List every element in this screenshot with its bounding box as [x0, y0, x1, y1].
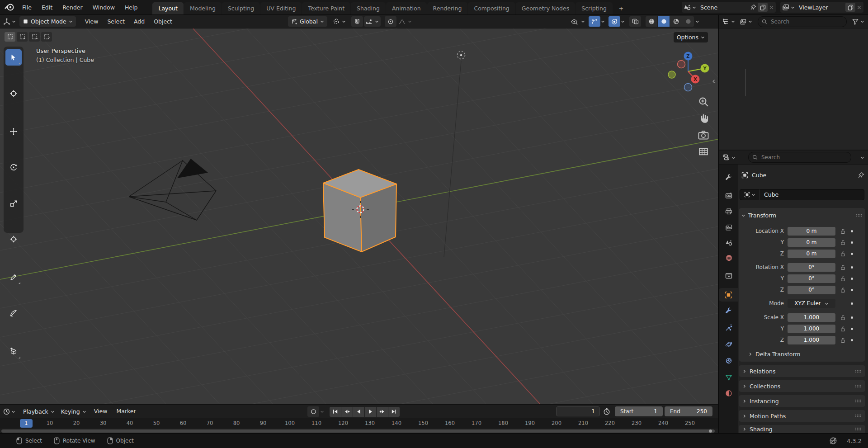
auto-keying-chevron[interactable] [320, 410, 324, 414]
menu-marker[interactable]: Marker [112, 405, 140, 418]
timeline-scrollbar[interactable] [1, 429, 715, 433]
lock-location-y[interactable] [839, 240, 847, 245]
use-preview-range-icon[interactable] [603, 408, 610, 415]
select-mode-extend-button[interactable] [17, 32, 28, 42]
tab-output-properties[interactable] [720, 205, 738, 218]
select-mode-subtract-button[interactable] [29, 32, 40, 42]
pan-view-button[interactable] [698, 113, 709, 124]
gizmos-chevron[interactable] [601, 19, 605, 24]
ruler-tick[interactable]: 70 [207, 420, 213, 426]
panel-grip-icon[interactable] [855, 384, 862, 388]
ruler-tick[interactable]: 10 [47, 420, 53, 426]
scene-browse-chevron[interactable] [692, 5, 696, 9]
menu-help[interactable]: Help [120, 0, 143, 15]
tab-compositing[interactable]: Compositing [468, 2, 515, 14]
cube-object[interactable] [323, 170, 396, 252]
panel-grip-icon[interactable] [856, 213, 863, 217]
scale-y-field[interactable]: 1.000 [788, 325, 835, 333]
ruler-tick[interactable]: 250 [685, 420, 695, 426]
proportional-falloff[interactable] [397, 16, 413, 27]
scene-icon[interactable] [684, 4, 691, 10]
tool-add-cube[interactable] [5, 344, 22, 360]
select-mode-invert-button[interactable] [41, 32, 52, 42]
menu-window[interactable]: Window [88, 0, 120, 15]
tab-modeling[interactable]: Modeling [184, 2, 222, 14]
lock-scale-x[interactable] [839, 315, 847, 321]
ruler-tick[interactable]: 150 [418, 420, 428, 426]
frame-end-field[interactable]: End 250 [665, 406, 712, 416]
scene-new-button[interactable] [758, 3, 768, 12]
lock-scale-z[interactable] [839, 337, 847, 343]
tab-texture-paint[interactable]: Texture Paint [302, 2, 350, 14]
timeline-ruler[interactable]: 1020304050607080901001101201301401501601… [0, 418, 718, 429]
ruler-tick[interactable]: 20 [73, 420, 80, 426]
lock-location-x[interactable] [839, 228, 847, 234]
section-shading[interactable]: Shading [739, 425, 865, 433]
ruler-tick[interactable]: 190 [525, 420, 535, 426]
menu-render[interactable]: Render [57, 0, 88, 15]
zoom-view-button[interactable] [698, 96, 709, 107]
menu-select[interactable]: Select [103, 15, 129, 28]
section-motion-paths[interactable]: Motion Paths [739, 410, 865, 422]
tab-render-properties[interactable] [720, 189, 738, 203]
jump-to-start-button[interactable] [330, 407, 341, 417]
frame-start-field[interactable]: Start 1 [615, 406, 663, 416]
ruler-tick[interactable]: 30 [100, 420, 107, 426]
viewlayer-browse-chevron[interactable] [791, 5, 795, 9]
ruler-tick[interactable]: 50 [153, 420, 160, 426]
snap-toggle[interactable] [351, 16, 363, 27]
animate-rotation-mode[interactable] [851, 302, 853, 305]
pin-id-icon[interactable] [858, 172, 864, 179]
tool-measure[interactable] [5, 305, 22, 321]
location-z-field[interactable]: 0 m [788, 250, 835, 258]
jump-to-next-keyframe-button[interactable] [377, 407, 388, 417]
ruler-tick[interactable]: 120 [338, 420, 348, 426]
tab-geometry-nodes[interactable]: Geometry Nodes [516, 2, 575, 14]
tab-layout[interactable]: Layout [152, 2, 184, 14]
ruler-tick[interactable]: 230 [632, 420, 642, 426]
animate-rotation-y[interactable] [851, 278, 853, 280]
animate-scale-z[interactable] [851, 339, 853, 341]
tool-cursor[interactable] [5, 85, 22, 102]
lock-rotation-x[interactable] [839, 264, 847, 270]
add-workspace-button[interactable]: + [613, 2, 629, 14]
ruler-tick[interactable]: 220 [605, 420, 615, 426]
scene-name[interactable]: Scene [698, 4, 749, 11]
navigation-gizmo[interactable]: Z Y X [656, 37, 718, 95]
tab-viewlayer-properties[interactable] [720, 221, 738, 234]
viewlayer-icon[interactable] [782, 4, 789, 10]
tab-modifier-properties[interactable] [720, 304, 738, 318]
orientation-selector[interactable]: Global [288, 16, 327, 27]
animate-rotation-z[interactable] [851, 289, 853, 291]
outliner-editor-icon[interactable] [722, 18, 729, 25]
camera-object[interactable] [129, 159, 216, 220]
tab-world-properties[interactable] [720, 251, 738, 264]
viewlayer-name[interactable]: ViewLayer [796, 4, 844, 11]
tab-collection-properties[interactable] [720, 269, 738, 283]
lock-scale-y[interactable] [839, 326, 847, 332]
menu-view[interactable]: View [80, 15, 103, 28]
blender-logo-icon[interactable] [5, 3, 14, 11]
tool-annotate[interactable] [5, 269, 22, 285]
light-object[interactable] [458, 52, 465, 59]
properties-editor-chevron[interactable] [731, 156, 736, 160]
jump-to-prev-keyframe-button[interactable] [341, 407, 353, 417]
object-name-value[interactable]: Cube [764, 191, 778, 198]
ruler-tick[interactable]: 130 [365, 420, 375, 426]
rotation-x-field[interactable]: 0° [788, 263, 835, 272]
scrollbar-handle-dot[interactable] [709, 429, 712, 433]
tab-object-properties[interactable] [719, 288, 738, 302]
xray-toggle[interactable] [629, 16, 641, 27]
animate-scale-y[interactable] [851, 328, 853, 330]
menu-file[interactable]: File [17, 0, 37, 15]
panel-grip-icon[interactable] [855, 369, 862, 373]
shading-chevron[interactable] [695, 19, 699, 24]
object-name-field[interactable]: Cube [740, 189, 864, 200]
outliner-display-mode-icon[interactable] [740, 19, 746, 25]
tab-shading[interactable]: Shading [351, 2, 386, 14]
outliner-search-input[interactable] [770, 18, 843, 25]
camera-view-button[interactable] [698, 130, 709, 140]
menu-edit[interactable]: Edit [37, 0, 57, 15]
display-mode-chevron[interactable] [748, 19, 752, 24]
viewlayer-new-button[interactable] [845, 3, 855, 12]
